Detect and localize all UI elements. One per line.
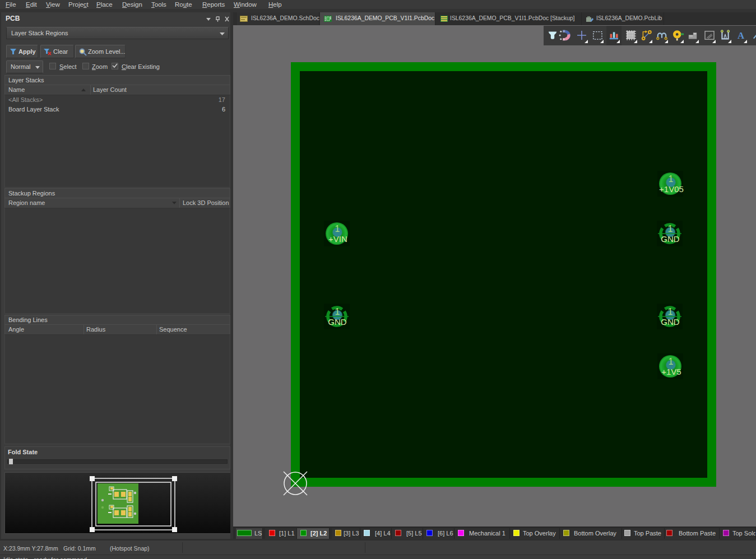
svg-text:1: 1 (669, 357, 674, 366)
svg-text:1: 1 (335, 307, 340, 316)
svg-text:A: A (738, 30, 744, 41)
svg-text:1: 1 (668, 307, 673, 316)
svg-text:+1V05: +1V05 (659, 184, 684, 194)
svg-text:1: 1 (335, 224, 340, 234)
svg-text:GND: GND (661, 234, 680, 244)
svg-text:+VIN: +VIN (328, 234, 347, 244)
svg-text:1: 1 (669, 174, 674, 184)
svg-text:GND: GND (661, 317, 680, 327)
svg-text:+1V5: +1V5 (661, 367, 681, 376)
svg-text:1: 1 (668, 224, 673, 234)
svg-text:GND: GND (328, 317, 347, 327)
